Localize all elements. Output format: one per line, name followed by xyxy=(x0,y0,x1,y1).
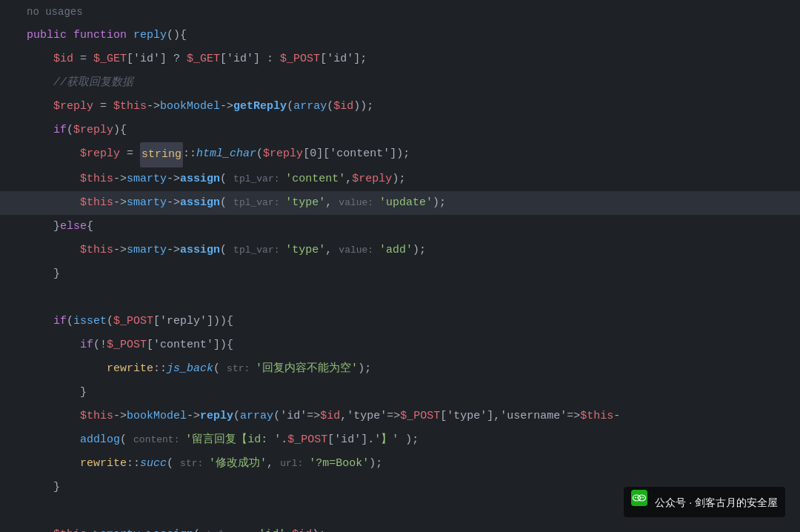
svg-point-4 xyxy=(637,497,639,499)
code-line: $reply = $this->bookModel->getReply(arra… xyxy=(0,95,800,119)
code-line: if(!$_POST['content']){ xyxy=(0,333,800,357)
code-line: if(isset($_POST['reply'])){ xyxy=(0,310,800,333)
code-line: $reply = string::html_char($reply[0]['co… xyxy=(0,142,800,167)
code-line: } xyxy=(0,262,800,286)
code-line: addlog( content: '留言回复【id: '.$_POST['id'… xyxy=(0,428,800,452)
code-line: $this->smarty->assign( tpl_var: 'type', … xyxy=(0,239,800,262)
code-line: $id = $_GET['id'] ? $_GET['id'] : $_POST… xyxy=(0,47,800,71)
code-line xyxy=(0,286,800,310)
code-line: if($reply){ xyxy=(0,119,800,142)
svg-point-3 xyxy=(635,497,636,499)
code-editor: no usages public function reply(){ $id =… xyxy=(0,0,800,532)
code-line: rewrite::js_back( str: '回复内容不能为空'); xyxy=(0,357,800,381)
no-usages-label: no usages xyxy=(0,0,800,24)
code-line: rewrite::succ( str: '修改成功', url: '?m=Boo… xyxy=(0,452,800,476)
code-line: } xyxy=(0,381,800,405)
code-line: public function reply(){ xyxy=(0,24,800,47)
code-line: $this->bookModel->reply(array('id'=>$id,… xyxy=(0,405,800,428)
code-line: }else{ xyxy=(0,215,800,239)
svg-point-5 xyxy=(640,497,641,499)
svg-rect-0 xyxy=(631,490,647,506)
code-line: $this->smarty->assign( tpl_var: 'content… xyxy=(0,167,800,191)
code-line: //获取回复数据 xyxy=(0,71,800,95)
watermark-text: 公众号 · 剑客古月的安全屋 xyxy=(655,491,778,514)
svg-point-6 xyxy=(642,497,644,499)
watermark: 公众号 · 剑客古月的安全屋 xyxy=(624,487,785,517)
code-line: $this->smarty->assign( tpl_var: 'id',$id… xyxy=(0,523,800,532)
code-line: $this->smarty->assign( tpl_var: 'type', … xyxy=(0,191,800,215)
wechat-icon xyxy=(631,490,647,514)
